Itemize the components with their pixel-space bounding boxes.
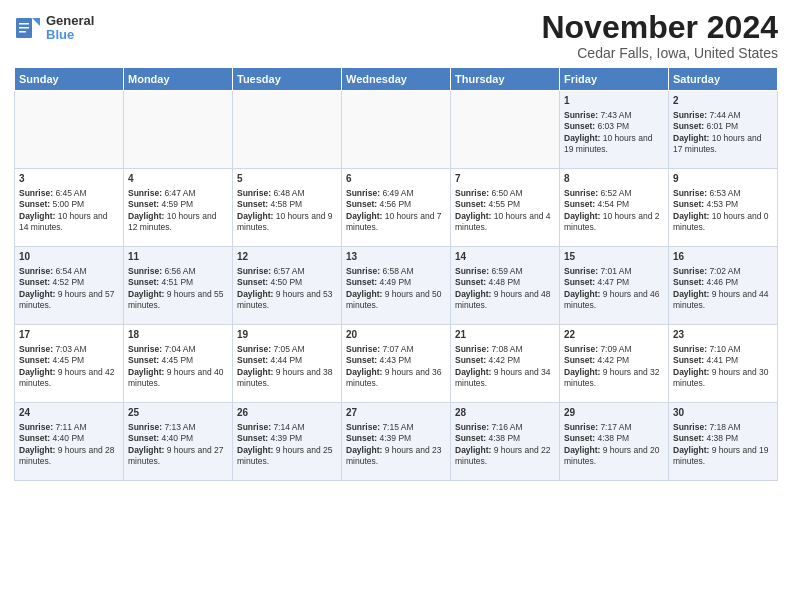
cell-line: Daylight: 9 hours and 46 minutes. — [564, 289, 664, 312]
cell-line: Daylight: 9 hours and 38 minutes. — [237, 367, 337, 390]
cell-line: Sunset: 4:42 PM — [564, 355, 664, 366]
calendar-cell — [342, 91, 451, 169]
day-number: 21 — [455, 328, 555, 342]
cell-line: Daylight: 9 hours and 40 minutes. — [128, 367, 228, 390]
calendar-cell: 5Sunrise: 6:48 AMSunset: 4:58 PMDaylight… — [233, 169, 342, 247]
cell-line: Sunset: 5:00 PM — [19, 199, 119, 210]
cell-line: Daylight: 9 hours and 22 minutes. — [455, 445, 555, 468]
day-number: 12 — [237, 250, 337, 264]
calendar-cell — [124, 91, 233, 169]
week-row-3: 17Sunrise: 7:03 AMSunset: 4:45 PMDayligh… — [15, 325, 778, 403]
cell-line: Daylight: 9 hours and 34 minutes. — [455, 367, 555, 390]
cell-line: Daylight: 9 hours and 20 minutes. — [564, 445, 664, 468]
cell-line: Sunset: 4:39 PM — [346, 433, 446, 444]
calendar-cell: 27Sunrise: 7:15 AMSunset: 4:39 PMDayligh… — [342, 403, 451, 481]
cell-line: Sunset: 4:45 PM — [19, 355, 119, 366]
cell-line: Sunrise: 7:44 AM — [673, 110, 773, 121]
calendar-cell: 17Sunrise: 7:03 AMSunset: 4:45 PMDayligh… — [15, 325, 124, 403]
cell-line: Sunrise: 7:08 AM — [455, 344, 555, 355]
day-number: 23 — [673, 328, 773, 342]
cell-line: Sunrise: 6:58 AM — [346, 266, 446, 277]
cell-line: Sunset: 4:46 PM — [673, 277, 773, 288]
cell-line: Sunrise: 6:53 AM — [673, 188, 773, 199]
cell-line: Daylight: 9 hours and 25 minutes. — [237, 445, 337, 468]
cell-line: Sunset: 4:44 PM — [237, 355, 337, 366]
day-number: 28 — [455, 406, 555, 420]
cell-line: Sunrise: 7:07 AM — [346, 344, 446, 355]
day-number: 11 — [128, 250, 228, 264]
calendar-cell: 14Sunrise: 6:59 AMSunset: 4:48 PMDayligh… — [451, 247, 560, 325]
day-number: 22 — [564, 328, 664, 342]
cell-line: Daylight: 9 hours and 42 minutes. — [19, 367, 119, 390]
cell-line: Sunrise: 6:52 AM — [564, 188, 664, 199]
cell-line: Sunrise: 6:49 AM — [346, 188, 446, 199]
calendar-cell: 8Sunrise: 6:52 AMSunset: 4:54 PMDaylight… — [560, 169, 669, 247]
day-number: 7 — [455, 172, 555, 186]
logo-text: General Blue — [46, 14, 94, 43]
cell-line: Daylight: 9 hours and 57 minutes. — [19, 289, 119, 312]
cell-line: Sunrise: 6:59 AM — [455, 266, 555, 277]
calendar-cell: 6Sunrise: 6:49 AMSunset: 4:56 PMDaylight… — [342, 169, 451, 247]
cell-line: Daylight: 9 hours and 30 minutes. — [673, 367, 773, 390]
cell-line: Sunset: 6:01 PM — [673, 121, 773, 132]
day-number: 19 — [237, 328, 337, 342]
calendar-cell: 16Sunrise: 7:02 AMSunset: 4:46 PMDayligh… — [669, 247, 778, 325]
cell-line: Sunrise: 7:18 AM — [673, 422, 773, 433]
cell-line: Sunrise: 7:14 AM — [237, 422, 337, 433]
svg-rect-3 — [19, 27, 29, 29]
cell-line: Sunrise: 7:15 AM — [346, 422, 446, 433]
day-number: 27 — [346, 406, 446, 420]
cell-line: Daylight: 10 hours and 14 minutes. — [19, 211, 119, 234]
cell-line: Sunset: 4:51 PM — [128, 277, 228, 288]
cell-line: Sunrise: 6:56 AM — [128, 266, 228, 277]
cell-line: Sunset: 4:42 PM — [455, 355, 555, 366]
logo-blue: Blue — [46, 28, 94, 42]
cell-line: Sunset: 4:49 PM — [346, 277, 446, 288]
header-cell-wednesday: Wednesday — [342, 68, 451, 91]
calendar-cell: 26Sunrise: 7:14 AMSunset: 4:39 PMDayligh… — [233, 403, 342, 481]
calendar-cell: 7Sunrise: 6:50 AMSunset: 4:55 PMDaylight… — [451, 169, 560, 247]
calendar-cell: 12Sunrise: 6:57 AMSunset: 4:50 PMDayligh… — [233, 247, 342, 325]
cell-line: Sunset: 4:40 PM — [19, 433, 119, 444]
day-number: 17 — [19, 328, 119, 342]
day-number: 10 — [19, 250, 119, 264]
cell-line: Sunset: 4:41 PM — [673, 355, 773, 366]
day-number: 26 — [237, 406, 337, 420]
cell-line: Sunrise: 6:47 AM — [128, 188, 228, 199]
day-number: 16 — [673, 250, 773, 264]
cell-line: Sunset: 4:50 PM — [237, 277, 337, 288]
calendar-cell: 24Sunrise: 7:11 AMSunset: 4:40 PMDayligh… — [15, 403, 124, 481]
cell-line: Daylight: 9 hours and 48 minutes. — [455, 289, 555, 312]
cell-line: Sunset: 4:38 PM — [564, 433, 664, 444]
calendar-cell: 4Sunrise: 6:47 AMSunset: 4:59 PMDaylight… — [124, 169, 233, 247]
cell-line: Sunset: 4:40 PM — [128, 433, 228, 444]
day-number: 13 — [346, 250, 446, 264]
cell-line: Daylight: 10 hours and 12 minutes. — [128, 211, 228, 234]
calendar-cell: 21Sunrise: 7:08 AMSunset: 4:42 PMDayligh… — [451, 325, 560, 403]
cell-line: Sunset: 4:55 PM — [455, 199, 555, 210]
cell-line: Daylight: 9 hours and 23 minutes. — [346, 445, 446, 468]
logo-general: General — [46, 14, 94, 28]
day-number: 18 — [128, 328, 228, 342]
cell-line: Sunset: 4:38 PM — [455, 433, 555, 444]
svg-rect-2 — [19, 23, 29, 25]
week-row-0: 1Sunrise: 7:43 AMSunset: 6:03 PMDaylight… — [15, 91, 778, 169]
cell-line: Sunset: 4:47 PM — [564, 277, 664, 288]
calendar-cell — [451, 91, 560, 169]
cell-line: Daylight: 9 hours and 53 minutes. — [237, 289, 337, 312]
day-number: 8 — [564, 172, 664, 186]
cell-line: Sunset: 4:45 PM — [128, 355, 228, 366]
cell-line: Sunset: 4:58 PM — [237, 199, 337, 210]
cell-line: Sunset: 4:53 PM — [673, 199, 773, 210]
calendar-cell: 13Sunrise: 6:58 AMSunset: 4:49 PMDayligh… — [342, 247, 451, 325]
calendar-cell: 20Sunrise: 7:07 AMSunset: 4:43 PMDayligh… — [342, 325, 451, 403]
cell-line: Daylight: 9 hours and 50 minutes. — [346, 289, 446, 312]
main-title: November 2024 — [541, 10, 778, 45]
cell-line: Daylight: 10 hours and 7 minutes. — [346, 211, 446, 234]
cell-line: Daylight: 10 hours and 19 minutes. — [564, 133, 664, 156]
day-number: 30 — [673, 406, 773, 420]
calendar-cell: 30Sunrise: 7:18 AMSunset: 4:38 PMDayligh… — [669, 403, 778, 481]
calendar-cell: 22Sunrise: 7:09 AMSunset: 4:42 PMDayligh… — [560, 325, 669, 403]
calendar-cell: 18Sunrise: 7:04 AMSunset: 4:45 PMDayligh… — [124, 325, 233, 403]
calendar-cell — [15, 91, 124, 169]
